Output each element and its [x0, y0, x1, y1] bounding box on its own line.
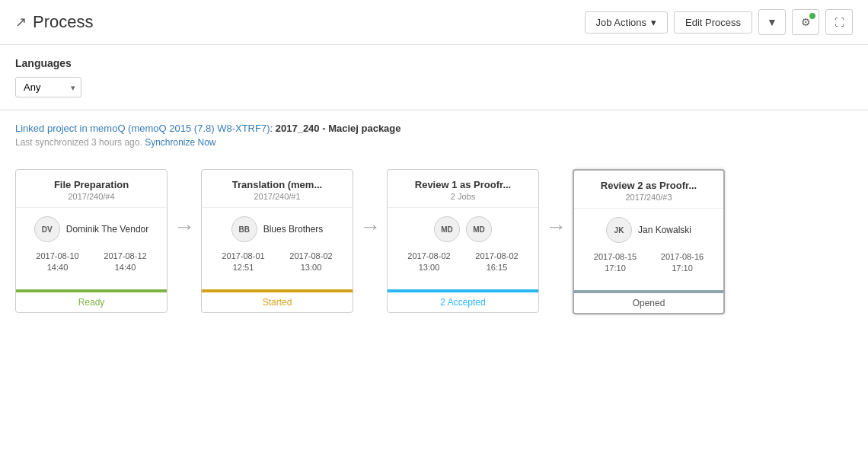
date-end-1: 2017-08-02 13:00	[289, 251, 332, 274]
assignee-row-1: BBBlues Brothers	[209, 216, 345, 243]
dates-row-0: 2017-08-10 14:402017-08-12 14:40	[24, 251, 159, 274]
card-body-2: MDMD2017-08-02 13:002017-08-02 16:15	[388, 208, 538, 289]
arrow-icon-1: →	[359, 215, 381, 239]
gear-icon: ⚙	[801, 16, 811, 28]
language-select-wrapper: Any English French German ▾	[15, 77, 81, 97]
fullscreen-icon: ⛶	[834, 17, 844, 28]
process-card-3[interactable]: Review 2 as Proofr...2017/240/#3JKJan Ko…	[573, 169, 725, 315]
arrow-2: →	[539, 169, 573, 239]
card-header-1: Translation (mem...2017/240/#1	[202, 170, 353, 208]
status-label-2: 2 Accepted	[388, 292, 538, 312]
linked-project-text: Linked project in memoQ (memoQ 2015 (7.8…	[15, 123, 853, 134]
assignee-name-3-0: Jan Kowalski	[638, 225, 691, 235]
arrow-0: →	[168, 169, 201, 239]
process-card-0[interactable]: File Preparation2017/240/#4DVDominik The…	[15, 169, 168, 313]
date-start-2: 2017-08-02 13:00	[407, 251, 450, 274]
card-subtitle-2: 2 Jobs	[395, 192, 531, 201]
project-name: 2017_240 - Maciej package	[276, 123, 401, 134]
card-title-3: Review 2 as Proofr...	[582, 180, 716, 191]
date-start-1: 2017-08-01 12:51	[222, 251, 264, 274]
header-actions: Job Actions ▾ Edit Process ▼ ⚙ ⛶	[585, 9, 853, 35]
card-body-0: DVDominik The Vendor2017-08-10 14:402017…	[16, 208, 167, 289]
card-subtitle-1: 2017/240/#1	[209, 192, 345, 201]
status-label-0: Ready	[16, 292, 167, 312]
status-dot	[809, 13, 815, 19]
arrow-icon-2: →	[545, 215, 566, 239]
avatar-1-0: BB	[231, 216, 257, 242]
card-title-0: File Preparation	[24, 179, 159, 190]
languages-section: Languages Any English French German ▾	[0, 45, 868, 110]
process-flow: File Preparation2017/240/#4DVDominik The…	[0, 154, 868, 330]
assignee-row-3: JKJan Kowalski	[582, 216, 716, 244]
linked-project-link[interactable]: Linked project in memoQ (memoQ 2015 (7.8…	[15, 123, 270, 134]
card-title-2: Review 1 as Proofr...	[395, 179, 531, 190]
date-start-0: 2017-08-10 14:40	[36, 251, 78, 274]
card-header-3: Review 2 as Proofr...2017/240/#3	[574, 171, 723, 209]
dates-row-1: 2017-08-01 12:512017-08-02 13:00	[209, 251, 345, 274]
process-card-1[interactable]: Translation (mem...2017/240/#1BBBlues Br…	[201, 169, 353, 313]
assignee-row-2: MDMD	[395, 216, 531, 243]
card-body-1: BBBlues Brothers2017-08-01 12:512017-08-…	[202, 208, 353, 289]
filter-icon: ▼	[767, 16, 777, 28]
status-label-1: Started	[202, 292, 353, 312]
fullscreen-button[interactable]: ⛶	[825, 9, 853, 35]
avatar-3-0: JK	[606, 217, 632, 243]
page-title: Process	[33, 12, 93, 32]
card-subtitle-3: 2017/240/#3	[582, 193, 716, 202]
arrow-1: →	[353, 169, 387, 239]
sync-info: Last synchronized 3 hours ago. Synchroni…	[15, 137, 853, 148]
avatar-2-0: MD	[434, 216, 460, 242]
filter-button[interactable]: ▼	[758, 9, 786, 35]
assignee-row-0: DVDominik The Vendor	[24, 216, 159, 243]
edit-process-button[interactable]: Edit Process	[674, 11, 752, 34]
card-header-0: File Preparation2017/240/#4	[16, 170, 167, 208]
card-subtitle-0: 2017/240/#4	[24, 192, 159, 201]
avatar-0-0: DV	[34, 216, 60, 242]
card-body-3: JKJan Kowalski2017-08-15 17:102017-08-16…	[574, 209, 723, 290]
date-end-3: 2017-08-16 17:10	[661, 251, 704, 275]
dates-row-2: 2017-08-02 13:002017-08-02 16:15	[395, 251, 531, 274]
title-area: ↗ Process	[15, 12, 93, 32]
date-end-0: 2017-08-12 14:40	[104, 251, 146, 274]
language-select[interactable]: Any English French German	[15, 77, 81, 97]
process-card-2[interactable]: Review 1 as Proofr...2 JobsMDMD2017-08-0…	[387, 169, 539, 313]
assignee-name-0-0: Dominik The Vendor	[66, 224, 149, 235]
linked-project-section: Linked project in memoQ (memoQ 2015 (7.8…	[0, 110, 868, 154]
process-icon: ↗	[15, 14, 27, 30]
languages-label: Languages	[15, 57, 853, 69]
settings-button[interactable]: ⚙	[792, 9, 819, 35]
sync-time-text: Last synchronized 3 hours ago.	[15, 137, 142, 148]
synchronize-now-link[interactable]: Synchronize Now	[145, 137, 215, 148]
avatar-2-1: MD	[466, 216, 492, 242]
date-end-2: 2017-08-02 16:15	[475, 251, 518, 274]
dropdown-arrow-icon: ▾	[651, 17, 656, 28]
page-header: ↗ Process Job Actions ▾ Edit Process ▼ ⚙…	[0, 0, 868, 45]
arrow-icon-0: →	[174, 215, 195, 239]
job-actions-button[interactable]: Job Actions ▾	[585, 11, 669, 34]
status-label-3: Opened	[574, 293, 723, 313]
assignee-name-1-0: Blues Brothers	[263, 224, 324, 235]
card-title-1: Translation (mem...	[209, 179, 345, 190]
date-start-3: 2017-08-15 17:10	[594, 251, 637, 275]
card-header-2: Review 1 as Proofr...2 Jobs	[388, 170, 538, 208]
dates-row-3: 2017-08-15 17:102017-08-16 17:10	[582, 251, 716, 275]
